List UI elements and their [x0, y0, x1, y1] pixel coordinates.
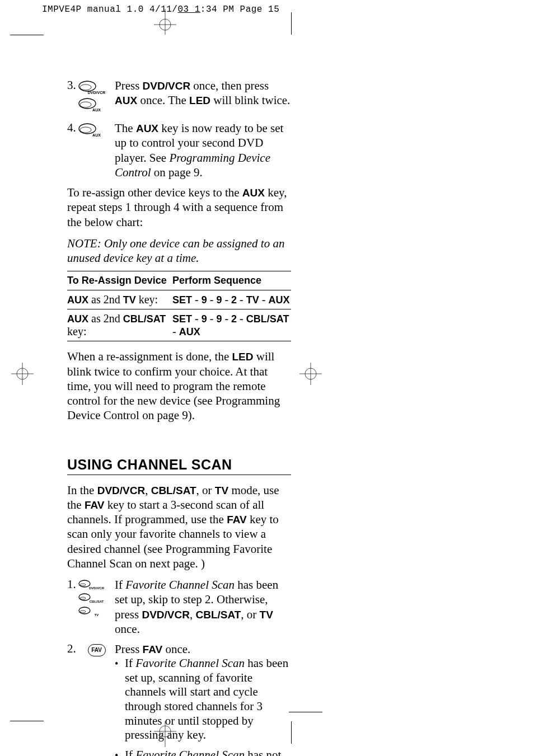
step-text: Press FAV once.•If Favorite Channel Scan…	[115, 642, 291, 756]
svg-point-23	[80, 611, 86, 613]
instruction-step: 3.DVD/VCRAUXPress DVD/VCR once, then pre…	[67, 78, 291, 115]
scan-intro-paragraph: In the DVD/VCR, CBL/SAT, or TV mode, use…	[67, 483, 291, 571]
svg-point-19	[80, 584, 86, 586]
section-heading: USING CHANNEL SCAN	[67, 457, 291, 475]
table-row: AUX as 2nd TV key:SET - 9 - 9 - 2 - TV -…	[67, 290, 291, 309]
confirm-paragraph: When a re-assignment is done, the LED wi…	[67, 349, 291, 422]
step-number: 1.	[67, 577, 78, 636]
trim-mark	[10, 721, 44, 721]
step-number: 3.	[67, 78, 78, 115]
svg-point-14	[79, 98, 96, 109]
svg-point-12	[79, 81, 96, 91]
trim-mark	[291, 721, 292, 744]
trim-mark	[289, 712, 322, 712]
remote-key-icon: AUX	[78, 98, 115, 112]
remote-key-icon: AUX	[78, 123, 115, 137]
step-text: Press DVD/VCR once, then press AUX once.…	[115, 78, 291, 115]
step-text: The AUX key is now ready to be set up to…	[115, 121, 291, 180]
registration-mark-icon	[11, 363, 34, 385]
svg-point-17	[80, 127, 91, 133]
registration-mark-icon	[154, 9, 176, 35]
remote-key-icon: DVD/VCR	[78, 580, 115, 590]
note-text: NOTE: Only one device can be assigned to…	[67, 236, 291, 266]
trim-mark	[291, 12, 292, 35]
page-content: 3.DVD/VCRAUXPress DVD/VCR once, then pre…	[67, 78, 291, 756]
bullet-item: •If Favorite Channel Scan has not been s…	[115, 748, 291, 756]
instruction-step: 2.FAVPress FAV once.•If Favorite Channel…	[67, 642, 291, 756]
step-number: 4.	[67, 121, 78, 180]
svg-point-21	[80, 597, 86, 599]
remote-key-icon: TV	[78, 607, 115, 617]
svg-point-13	[80, 84, 91, 90]
remote-key-icon: DVD/VCR	[78, 81, 115, 95]
table-header: Perform Sequence	[172, 271, 291, 290]
svg-point-15	[80, 102, 91, 107]
instruction-step: 4.AUXThe AUX key is now ready to be set …	[67, 121, 291, 180]
svg-point-16	[79, 124, 96, 134]
step-text: If Favorite Channel Scan has been set up…	[115, 577, 291, 636]
instruction-step: 1.DVD/VCRCBL/SATTVIf Favorite Channel Sc…	[67, 577, 291, 636]
reassign-paragraph: To re-assign other device keys to the AU…	[67, 185, 291, 229]
registration-mark-icon	[299, 363, 322, 385]
step-number: 2.	[67, 642, 78, 756]
table-header: To Re-Assign Device	[67, 271, 172, 290]
reassign-table: To Re-Assign Device Perform Sequence AUX…	[67, 271, 291, 341]
bullet-item: •If Favorite Channel Scan has been set u…	[115, 656, 291, 743]
table-row: AUX as 2nd CBL/SAT key:SET - 9 - 9 - 2 -…	[67, 309, 291, 341]
remote-key-icon: CBL/SAT	[78, 593, 115, 603]
trim-mark	[10, 35, 44, 35]
remote-key-icon: FAV	[88, 644, 106, 656]
